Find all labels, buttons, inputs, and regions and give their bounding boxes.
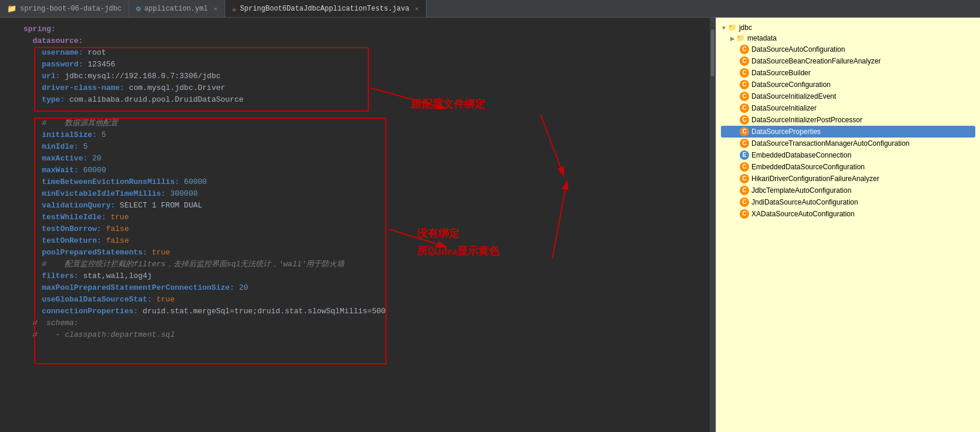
scrollbar[interactable] [710,18,716,432]
class-icon: C [740,56,749,66]
annotation-label2: 没有绑定 [417,226,459,240]
list-item[interactable]: C DataSourceAutoConfiguration [721,43,975,55]
tab-folder-label: spring-boot-06-data-jdbc [20,5,122,13]
yml-icon: ⚙ [136,4,141,14]
code-line: driver-class-name: com.mysql.jdbc.Driver [0,82,716,94]
annotation-label1: 跟配置文件绑定 [411,97,485,111]
list-item[interactable]: C HikariDriverConfigurationFailureAnalyz… [721,173,975,185]
code-line: maxWait: 60000 [0,165,716,176]
tab-yml-close[interactable]: ✕ [214,5,217,12]
code-line: testOnBorrow: false [0,223,716,235]
code-line: type: com.alibaba.druid.pool.DruidDataSo… [0,94,716,106]
code-area[interactable]: spring: datasource: username: root passw… [0,18,716,432]
tab-yml[interactable]: ⚙ application.yml ✕ [129,0,225,17]
class-icon: C [740,186,749,195]
code-line: spring: [0,24,716,35]
folder-icon: 📁 [736,34,745,42]
tab-java-close[interactable]: ✕ [415,5,419,12]
list-item[interactable]: C DataSourceBuilder [721,67,975,79]
list-item[interactable]: C DataSourceBeanCreationFailureAnalyzer [721,55,975,67]
file-tree-panel: ▼ 📁 jdbc ▶ 📁 metadata C DataSourceAutoCo… [716,18,980,432]
class-icon: C [740,115,749,125]
tab-bar: 📁 spring-boot-06-data-jdbc ⚙ application… [0,0,980,18]
tab-java[interactable]: ☕ SpringBoot6DataJdbcApplicationTests.ja… [225,0,427,17]
expand-icon: ▶ [730,35,735,42]
code-line: # - classpath:department.sql [0,329,716,341]
tree-folder-metadata-label: metadata [747,34,777,42]
scrollbar-thumb[interactable] [711,29,714,76]
tab-folder[interactable]: 📁 spring-boot-06-data-jdbc [0,0,129,17]
main-content: spring: datasource: username: root passw… [0,18,980,432]
code-line: connectionProperties: druid.stat.mergeSq… [0,306,716,317]
class-icon: C [740,209,749,219]
code-line: minIdle: 5 [0,141,716,153]
code-line: minEvictableIdleTimeMillis: 300000 [0,188,716,200]
code-line: url: jdbc:mysql://192.168.0.7:3306/jdbc [0,71,716,82]
list-item[interactable]: C DataSourceConfiguration [721,79,975,91]
list-item[interactable]: C JdbcTemplateAutoConfiguration [721,185,975,196]
tree-root-jdbc[interactable]: ▼ 📁 jdbc [721,22,975,33]
list-item[interactable]: C DataSourceInitializedEvent [721,91,975,102]
folder-icon: 📁 [728,24,737,32]
code-line: datasource: [0,35,716,47]
tab-yml-label: application.yml [145,5,208,13]
class-icon: C [740,92,749,101]
class-icon: C [740,80,749,89]
list-item[interactable]: C DataSourceTransactionManagerAutoConfig… [721,138,975,149]
code-line: filters: stat,wall,log4j [0,270,716,282]
tab-java-label: SpringBoot6DataJdbcApplicationTests.java [240,5,410,13]
code-line: maxPoolPreparedStatementPerConnectionSiz… [0,282,716,294]
code-line: # schema: [0,317,716,329]
tree-item-datasource-properties[interactable]: C DataSourceProperties [721,126,975,138]
class-icon: C [740,103,749,113]
list-item[interactable]: C DataSourceInitializer [721,102,975,114]
code-line: timeBetweenEvictionRunsMillis: 60000 [0,176,716,188]
list-item[interactable]: C XADataSourceAutoConfiguration [721,208,975,220]
code-line: testOnReturn: false [0,235,716,247]
code-line [0,106,716,118]
code-line: initialSize: 5 [0,129,716,141]
code-line: testWhileIdle: true [0,212,716,223]
list-item[interactable]: E EmbeddedDatabaseConnection [721,149,975,161]
code-line: password: 123456 [0,59,716,71]
class-icon: C [740,174,749,183]
tree-folder-metadata[interactable]: ▶ 📁 metadata [721,33,975,43]
enum-icon: E [740,150,749,160]
folder-icon: 📁 [7,4,16,14]
code-line: # 配置监控统计拦截的filters，去掉后监控界面sql无法统计，'wall'… [0,259,716,270]
code-line: poolPreparedStatements: true [0,247,716,259]
expand-icon: ▼ [721,25,727,31]
java-icon: ☕ [232,4,237,14]
code-line: useGlobalDataSourceStat: true [0,294,716,306]
code-line: # 数据源其他配置 [0,118,716,129]
code-line: username: root [0,47,716,59]
tree-root-label: jdbc [739,24,752,32]
class-icon: C [740,139,749,148]
class-icon: C [740,162,749,172]
list-item[interactable]: C JndiDataSourceAutoConfiguration [721,196,975,208]
code-line: validationQuery: SELECT 1 FROM DUAL [0,200,716,212]
list-item[interactable]: C DataSourceInitializerPostProcessor [721,114,975,126]
code-line: maxActive: 20 [0,153,716,165]
list-item[interactable]: C EmbeddedDataSourceConfiguration [721,161,975,173]
class-icon: C [740,68,749,78]
annotation-label3: 所以idea显示黄色 [417,244,499,258]
class-icon: C [740,127,749,136]
class-icon: C [740,197,749,207]
class-icon: C [740,45,749,54]
